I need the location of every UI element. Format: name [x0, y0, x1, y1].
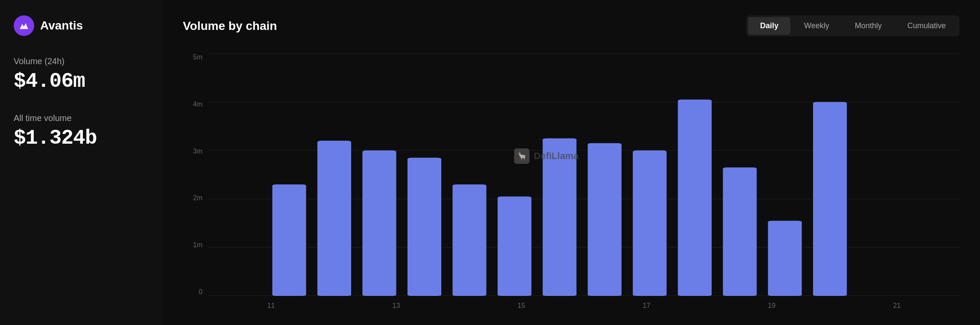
bar-1[interactable]: [317, 141, 351, 296]
chart-area: 5m 4m 3m 2m 1m 0: [183, 53, 959, 310]
x-label-19: 19: [768, 302, 776, 310]
watermark-icon: 🦙: [514, 148, 530, 164]
y-axis: 5m 4m 3m 2m 1m 0: [183, 53, 208, 310]
all-time-label: All time volume: [14, 113, 149, 123]
time-tabs: Daily Weekly Monthly Cumulative: [746, 15, 959, 36]
y-label-5m: 5m: [193, 53, 202, 61]
y-label-2m: 2m: [193, 194, 202, 202]
main-content: Volume by chain Daily Weekly Monthly Cum…: [162, 0, 980, 325]
bar-12[interactable]: [813, 102, 847, 296]
volume-24h-value: $4.06m: [14, 70, 149, 93]
bar-7[interactable]: [588, 143, 622, 296]
bar-5[interactable]: [498, 197, 531, 296]
volume-24h-label: Volume (24h): [14, 56, 149, 66]
tab-daily[interactable]: Daily: [748, 17, 790, 35]
tab-monthly[interactable]: Monthly: [843, 17, 894, 35]
bar-11[interactable]: [768, 221, 802, 296]
tab-cumulative[interactable]: Cumulative: [895, 17, 958, 35]
app-logo-icon: [14, 15, 34, 36]
x-label-17: 17: [643, 302, 651, 310]
bars-svg: [208, 53, 959, 296]
y-label-3m: 3m: [193, 148, 202, 155]
y-label-1m: 1m: [193, 241, 202, 249]
x-label-15: 15: [518, 302, 525, 310]
bar-9[interactable]: [678, 100, 712, 296]
y-label-0: 0: [199, 288, 202, 296]
chart-title: Volume by chain: [183, 19, 277, 33]
tab-weekly[interactable]: Weekly: [792, 17, 841, 35]
app-name: Avantis: [40, 19, 83, 32]
chart-inner: 5m 4m 3m 2m 1m 0: [183, 53, 959, 310]
x-label-21: 21: [893, 302, 901, 310]
x-label-11: 11: [267, 302, 275, 310]
bar-0[interactable]: [272, 184, 306, 296]
x-axis: 11 13 15 17 19 21: [208, 296, 959, 310]
chart-header: Volume by chain Daily Weekly Monthly Cum…: [183, 15, 959, 36]
all-time-value: $1.324b: [14, 127, 149, 150]
bar-3[interactable]: [408, 158, 441, 296]
bar-2[interactable]: [362, 151, 396, 296]
watermark: 🦙 DefiLlama: [514, 148, 579, 164]
watermark-text: DefiLlama: [534, 151, 579, 162]
bar-10[interactable]: [723, 167, 757, 296]
all-time-volume-block: All time volume $1.324b: [14, 113, 149, 150]
volume-24h-block: Volume (24h) $4.06m: [14, 56, 149, 93]
y-label-4m: 4m: [193, 100, 202, 108]
logo-row: Avantis: [14, 15, 149, 36]
bar-8[interactable]: [633, 151, 666, 296]
sidebar: Avantis Volume (24h) $4.06m All time vol…: [0, 0, 162, 325]
bars-container: 🦙 DefiLlama 11 13 15 17 19 21: [208, 53, 959, 310]
bar-4[interactable]: [452, 184, 486, 296]
x-label-13: 13: [393, 302, 400, 310]
